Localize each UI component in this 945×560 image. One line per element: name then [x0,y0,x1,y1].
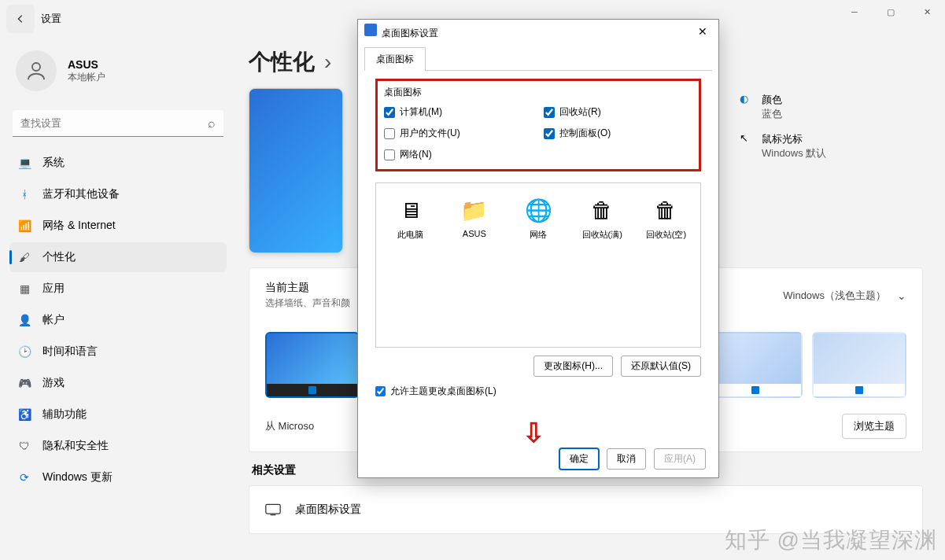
icon-thispc-icon: 🖥 [397,196,425,224]
checkbox-control-input[interactable] [544,128,555,139]
checkbox-control[interactable]: 控制面板(O) [544,127,692,140]
monitor-icon [265,503,281,516]
icon-recycle-full[interactable]: 🗑回收站(满) [581,196,624,241]
restore-defaults-button[interactable]: 还原默认值(S) [621,356,701,377]
opt-cursor-title: 鼠标光标 [762,132,826,146]
apply-button[interactable]: 应用(A) [654,448,706,470]
nav-accounts[interactable]: 👤帐户 [9,305,227,335]
minimize-button[interactable]: ─ [836,0,873,24]
icon-userfolder-icon: 📁 [460,196,489,224]
nav-gaming-label: 游戏 [42,376,65,390]
change-icon-button[interactable]: 更改图标(H)... [533,356,613,377]
checkbox-control-label: 控制面板(O) [559,127,611,140]
checkbox-network[interactable]: 网络(N) [384,148,533,161]
user-block[interactable]: ASUS 本地帐户 [9,38,227,107]
color-option[interactable]: ◐ 颜色 蓝色 [740,93,826,121]
desktop-preview [249,88,343,253]
browse-themes-button[interactable]: 浏览主题 [842,414,906,439]
dialog-close-button[interactable]: ✕ [693,24,712,39]
nav-privacy[interactable]: 🛡隐私和安全性 [9,431,227,461]
chevron-right-icon: › [324,50,331,75]
allow-theme-label: 允许主题更改桌面图标(L) [390,385,496,398]
nav-system-label: 系统 [42,156,65,170]
nav-accounts-icon: 👤 [17,313,31,327]
user-name: ASUS [68,58,105,71]
search-input[interactable] [20,117,208,129]
theme-thumb-5[interactable] [708,332,803,398]
nav-apps-icon: ▦ [17,282,31,296]
nav-accessibility[interactable]: ♿辅助功能 [9,400,227,429]
nav-bluetooth[interactable]: ᚼ蓝牙和其他设备 [9,179,227,209]
nav-time[interactable]: 🕑时间和语言 [9,337,227,367]
checkbox-network-label: 网络(N) [400,148,432,161]
icon-thispc-label: 此电脑 [397,229,423,241]
nav-accessibility-icon: ♿ [17,407,31,422]
nav-privacy-icon: 🛡 [17,439,31,453]
theme-sub: 选择墙纸、声音和颜 [265,297,350,310]
icon-recycle-empty-label: 回收站(空) [646,229,686,241]
nav-time-label: 时间和语言 [42,344,98,359]
theme-title: 当前主题 [265,281,350,295]
nav-gaming-icon: 🎮 [17,376,31,390]
nav-personalization-label: 个性化 [42,250,76,264]
nav-system-icon: 💻 [17,156,31,170]
cursor-icon: ↖ [740,132,754,146]
nav-network[interactable]: 📶网络 & Internet [9,211,227,241]
maximize-button[interactable]: ▢ [873,0,909,24]
checkbox-userfiles[interactable]: 用户的文件(U) [384,127,533,140]
icon-thispc[interactable]: 🖥此电脑 [389,196,432,241]
group-title: 桌面图标 [384,86,692,99]
checkbox-recycle[interactable]: 回收站(R) [544,105,692,119]
tab-desktop-icons[interactable]: 桌面图标 [364,47,426,71]
nav-accessibility-label: 辅助功能 [42,407,87,422]
nav-accounts-label: 帐户 [42,313,65,327]
search-box[interactable]: ⌕ [13,110,223,137]
checkbox-userfiles-input[interactable] [384,128,395,139]
nav-apps[interactable]: ▦应用 [9,274,227,304]
close-button[interactable]: ✕ [909,0,945,24]
breadcrumb-root[interactable]: 个性化 [249,47,315,77]
person-icon [24,59,48,83]
nav-bluetooth-label: 蓝牙和其他设备 [42,187,120,201]
checkbox-recycle-input[interactable] [544,107,555,118]
checkbox-computer[interactable]: 计算机(M) [384,105,533,119]
nav-gaming[interactable]: 🎮游戏 [9,368,227,398]
checkbox-recycle-label: 回收站(R) [559,105,601,119]
icon-userfolder[interactable]: 📁ASUS [452,196,496,238]
dialog-title: 桌面图标设置 [382,28,438,39]
nav-time-icon: 🕑 [17,344,31,359]
svg-point-0 [32,63,40,71]
checkbox-userfiles-label: 用户的文件(U) [400,127,460,140]
desktop-icon-settings-dialog: 桌面图标设置 ✕ 桌面图标 桌面图标 计算机(M) 回收站(R) 用户的文件(U… [357,19,719,478]
back-button[interactable] [6,5,35,33]
user-sub: 本地帐户 [68,71,105,84]
cancel-button[interactable]: 取消 [607,448,646,470]
nav-update[interactable]: ⟳Windows 更新 [9,462,227,492]
dialog-icon [364,24,377,36]
nav-personalization[interactable]: 🖌个性化 [9,242,227,272]
watermark: 知乎 @当我凝望深渊 [725,525,937,555]
cursor-option[interactable]: ↖ 鼠标光标 Windows 默认 [740,132,826,160]
icon-network[interactable]: 🌐网络 [516,196,559,241]
ok-button[interactable]: 确定 [559,448,599,470]
nav-network-icon: 📶 [17,219,31,233]
theme-thumb-1[interactable] [265,332,360,398]
icon-userfolder-label: ASUS [463,229,486,238]
store-label: 从 Microso [265,419,314,433]
nav-network-label: 网络 & Internet [42,219,116,233]
window-title: 设置 [41,12,61,26]
chevron-down-icon[interactable]: ⌄ [897,289,906,302]
theme-thumb-6[interactable] [812,332,906,398]
nav-personalization-icon: 🖌 [17,250,31,264]
allow-theme-checkbox[interactable]: 允许主题更改桌面图标(L) [375,385,701,398]
svg-rect-1 [266,504,280,514]
checkbox-network-input[interactable] [384,149,395,160]
allow-theme-checkbox-input[interactable] [375,386,386,396]
checkbox-computer-input[interactable] [384,107,395,118]
opt-cursor-sub: Windows 默认 [762,146,826,160]
row-label: 桌面图标设置 [295,503,361,517]
icon-recycle-full-label: 回收站(满) [582,229,622,241]
icon-recycle-empty-icon: 🗑 [652,196,680,224]
nav-system[interactable]: 💻系统 [9,148,227,178]
icon-recycle-empty[interactable]: 🗑回收站(空) [644,196,688,241]
